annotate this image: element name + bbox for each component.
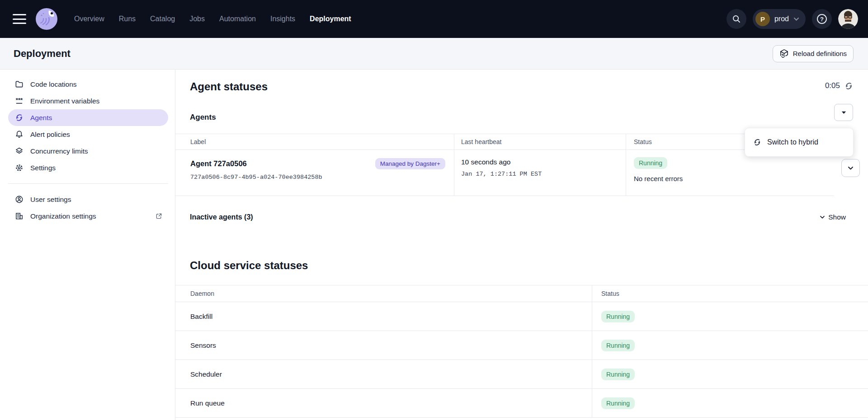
agents-table: Label Last heartbeat Status Agent 727a05… (175, 134, 834, 196)
agent-status-badge: Running (634, 157, 667, 169)
table-row: Scheduler Running (175, 360, 868, 389)
sidebar-item-agents[interactable]: Agents (8, 109, 168, 126)
chevron-down-icon (793, 17, 799, 21)
hamburger-menu-icon[interactable] (13, 14, 26, 24)
nav-link-runs[interactable]: Runs (119, 15, 136, 23)
cloud-table-header: Daemon Status (175, 285, 868, 302)
chevron-down-icon (848, 166, 854, 170)
search-icon (732, 14, 741, 23)
refresh-countdown: 0:05 (825, 81, 853, 90)
agent-table-row: Agent 727a0506 Managed by Dagster+ 727a0… (175, 150, 834, 196)
column-header-label: Label (175, 134, 454, 149)
reload-definitions-label: Reload definitions (793, 50, 847, 57)
daemon-name: Run queue (175, 389, 592, 417)
agent-row-actions-button[interactable] (841, 159, 860, 177)
chevron-down-icon (820, 215, 825, 219)
last-heartbeat-relative: 10 seconds ago (461, 158, 626, 166)
agent-swap-icon (753, 138, 761, 146)
env-vars-icon: *** (15, 97, 24, 105)
deployment-switcher[interactable]: P prod (753, 9, 806, 29)
sidebar-item-label: Environment variables (30, 97, 99, 105)
help-icon: ? (816, 13, 828, 25)
sidebar-item-organization-settings[interactable]: Organization settings (8, 208, 168, 224)
daemon-name: Backfill (175, 302, 592, 331)
gear-icon (15, 163, 24, 172)
sidebar-item-user-settings[interactable]: User settings (8, 191, 168, 208)
caret-down-icon (841, 111, 846, 114)
cloud-services-table: Daemon Status Backfill Running Sensors R… (175, 285, 868, 418)
sidebar-item-label: Organization settings (30, 212, 96, 220)
nav-link-catalog[interactable]: Catalog (150, 15, 175, 23)
user-avatar[interactable] (838, 9, 858, 29)
inactive-agents-label: Inactive agents (3) (190, 213, 253, 221)
managed-by-badge: Managed by Dagster+ (375, 158, 445, 169)
agent-statuses-title: Agent statuses (190, 80, 268, 93)
countdown-value: 0:05 (825, 81, 840, 90)
daemon-name: Scheduler (175, 360, 592, 388)
help-button[interactable]: ? (812, 9, 832, 29)
nav-link-insights[interactable]: Insights (270, 15, 295, 23)
sidebar-item-label: Concurrency limits (30, 147, 88, 155)
deployment-name: prod (774, 15, 789, 23)
daemon-name: Sensors (175, 331, 592, 359)
daemon-status-badge: Running (601, 369, 635, 380)
sidebar-item-environment-variables[interactable]: *** Environment variables (8, 93, 168, 109)
daemon-status-badge: Running (601, 397, 635, 409)
top-nav: Overview Runs Catalog Jobs Automation In… (0, 0, 868, 38)
sidebar-item-label: Settings (30, 164, 56, 172)
table-row: Backfill Running (175, 302, 868, 331)
user-icon (15, 195, 24, 204)
main-content: Agent statuses 0:05 Agents (175, 70, 868, 420)
inactive-agents-row: Inactive agents (3) Show (190, 213, 846, 221)
sidebar-divider (8, 183, 168, 184)
svg-text:***: *** (16, 97, 23, 103)
column-header-last-heartbeat: Last heartbeat (454, 134, 626, 149)
inactive-agents-show-toggle[interactable]: Show (820, 213, 846, 221)
organization-icon (15, 212, 24, 220)
deployment-sidebar: Code locations *** Environment variables… (0, 70, 175, 420)
agents-section-label: Agents (190, 113, 216, 122)
daemon-status-badge: Running (601, 340, 635, 351)
agent-status-detail: No recent errors (634, 175, 834, 182)
daemon-status-badge: Running (601, 311, 635, 322)
primary-nav: Overview Runs Catalog Jobs Automation In… (74, 15, 351, 23)
menu-item-label: Switch to hybrid (767, 138, 818, 146)
cloud-service-statuses-title: Cloud service statuses (190, 259, 308, 272)
sidebar-item-settings[interactable]: Settings (8, 159, 168, 176)
menu-item-switch-to-hybrid[interactable]: Switch to hybrid (745, 128, 853, 156)
sidebar-item-label: Code locations (30, 80, 77, 89)
reload-definitions-icon (779, 49, 789, 58)
svg-text:?: ? (820, 16, 824, 23)
agent-name[interactable]: Agent 727a0506 (190, 159, 247, 168)
agent-icon (15, 113, 24, 122)
bell-icon (15, 130, 24, 139)
folder-icon (15, 80, 24, 89)
nav-link-deployment[interactable]: Deployment (310, 15, 351, 23)
sidebar-item-label: Alert policies (30, 131, 70, 139)
last-heartbeat-absolute: Jan 17, 1:27:11 PM EST (461, 171, 626, 177)
agent-id: 727a0506-8c97-4b95-a024-70ee3984258b (190, 174, 454, 181)
page-title: Deployment (14, 48, 71, 60)
external-link-icon (155, 212, 163, 220)
nav-link-automation[interactable]: Automation (219, 15, 256, 23)
agent-actions-menu: Switch to hybrid (745, 128, 854, 157)
sidebar-item-label: User settings (30, 196, 71, 204)
agent-actions-dropdown-button[interactable] (834, 104, 853, 121)
reload-definitions-button[interactable]: Reload definitions (773, 45, 854, 62)
sidebar-item-label: Agents (30, 114, 52, 122)
deployment-avatar: P (755, 12, 770, 26)
sidebar-item-code-locations[interactable]: Code locations (8, 76, 168, 93)
table-row: Sensors Running (175, 331, 868, 360)
sidebar-item-concurrency-limits[interactable]: Concurrency limits (8, 143, 168, 159)
table-row: Run queue Running (175, 389, 868, 418)
nav-link-overview[interactable]: Overview (74, 15, 104, 23)
nav-link-jobs[interactable]: Jobs (189, 15, 205, 23)
page-header: Deployment Reload definitions (0, 38, 868, 70)
layers-icon (15, 147, 24, 155)
column-header-daemon: Daemon (175, 285, 592, 302)
agents-table-header: Label Last heartbeat Status (175, 134, 834, 150)
dagster-logo-icon[interactable] (35, 8, 58, 30)
refresh-icon[interactable] (844, 82, 853, 90)
search-button[interactable] (726, 9, 746, 29)
sidebar-item-alert-policies[interactable]: Alert policies (8, 126, 168, 143)
